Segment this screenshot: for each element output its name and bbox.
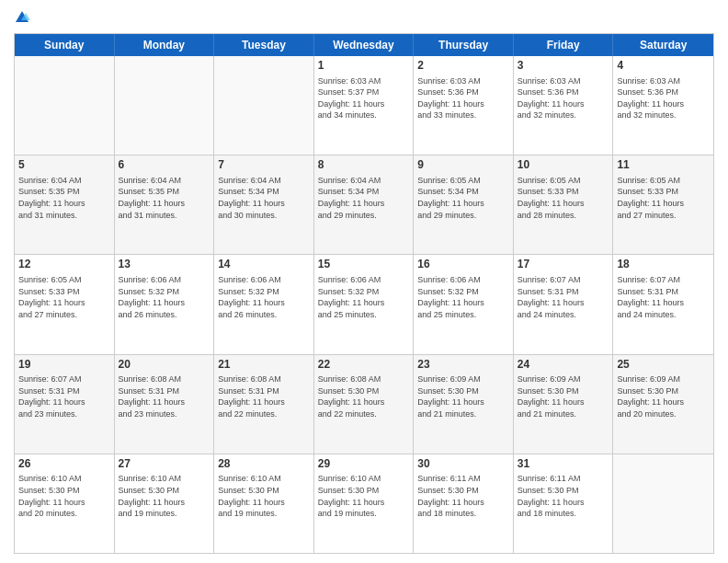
day-number: 7 [218,158,310,173]
day-info: Sunrise: 6:05 AM Sunset: 5:33 PM Dayligh… [518,175,609,221]
day-info: Sunrise: 6:08 AM Sunset: 5:31 PM Dayligh… [218,373,310,419]
day-info: Sunrise: 6:04 AM Sunset: 5:35 PM Dayligh… [18,175,110,221]
day-number: 1 [318,59,410,74]
day-cell: 30Sunrise: 6:11 AM Sunset: 5:30 PM Dayli… [414,454,514,553]
day-cell: 11Sunrise: 6:05 AM Sunset: 5:33 PM Dayli… [613,155,713,254]
day-number: 2 [417,59,509,74]
calendar: SundayMondayTuesdayWednesdayThursdayFrid… [14,33,714,554]
day-info: Sunrise: 6:07 AM Sunset: 5:31 PM Dayligh… [18,373,110,419]
day-cell: 29Sunrise: 6:10 AM Sunset: 5:30 PM Dayli… [314,454,415,553]
day-cell [613,454,713,553]
day-info: Sunrise: 6:11 AM Sunset: 5:30 PM Dayligh… [417,473,509,519]
week-row: 5Sunrise: 6:04 AM Sunset: 5:35 PM Daylig… [15,155,713,254]
day-number: 4 [617,59,710,74]
day-cell: 4Sunrise: 6:03 AM Sunset: 5:36 PM Daylig… [613,56,713,155]
day-number: 28 [218,457,310,472]
day-info: Sunrise: 6:03 AM Sunset: 5:36 PM Dayligh… [417,75,509,121]
day-header-tuesday: Tuesday [214,34,314,56]
day-cell: 26Sunrise: 6:10 AM Sunset: 5:30 PM Dayli… [15,454,115,553]
day-number: 3 [518,59,609,74]
day-info: Sunrise: 6:09 AM Sunset: 5:30 PM Dayligh… [617,373,710,419]
day-cell: 27Sunrise: 6:10 AM Sunset: 5:30 PM Dayli… [115,454,215,553]
day-header-thursday: Thursday [414,34,514,56]
day-cell: 15Sunrise: 6:06 AM Sunset: 5:32 PM Dayli… [314,255,415,353]
day-cell: 14Sunrise: 6:06 AM Sunset: 5:32 PM Dayli… [214,255,314,353]
day-number: 5 [18,158,110,173]
logo-icon [14,9,30,26]
day-number: 22 [318,358,410,373]
day-cell: 25Sunrise: 6:09 AM Sunset: 5:30 PM Dayli… [613,355,713,454]
day-info: Sunrise: 6:10 AM Sunset: 5:30 PM Dayligh… [218,473,310,519]
day-number: 17 [518,258,609,272]
day-number: 16 [417,258,509,272]
day-info: Sunrise: 6:08 AM Sunset: 5:31 PM Dayligh… [119,373,210,419]
day-number: 31 [518,457,609,472]
day-number: 21 [218,358,310,373]
day-number: 23 [417,358,509,373]
day-number: 10 [518,158,609,173]
day-info: Sunrise: 6:03 AM Sunset: 5:37 PM Dayligh… [318,75,410,121]
day-info: Sunrise: 6:05 AM Sunset: 5:33 PM Dayligh… [18,274,110,320]
day-number: 18 [617,258,710,272]
day-header-saturday: Saturday [613,34,713,56]
day-info: Sunrise: 6:06 AM Sunset: 5:32 PM Dayligh… [417,274,509,320]
day-number: 13 [119,258,210,272]
weeks-container: 1Sunrise: 6:03 AM Sunset: 5:37 PM Daylig… [15,56,713,553]
day-cell: 6Sunrise: 6:04 AM Sunset: 5:35 PM Daylig… [115,155,215,254]
day-info: Sunrise: 6:06 AM Sunset: 5:32 PM Dayligh… [318,274,410,320]
week-row: 1Sunrise: 6:03 AM Sunset: 5:37 PM Daylig… [15,56,713,155]
day-number: 19 [18,358,110,373]
day-cell: 7Sunrise: 6:04 AM Sunset: 5:34 PM Daylig… [214,155,314,254]
day-headers: SundayMondayTuesdayWednesdayThursdayFrid… [15,34,713,56]
day-cell: 13Sunrise: 6:06 AM Sunset: 5:32 PM Dayli… [115,255,215,353]
day-info: Sunrise: 6:06 AM Sunset: 5:32 PM Dayligh… [218,274,310,320]
day-cell: 21Sunrise: 6:08 AM Sunset: 5:31 PM Dayli… [214,355,314,454]
day-info: Sunrise: 6:09 AM Sunset: 5:30 PM Dayligh… [518,373,609,419]
day-cell: 16Sunrise: 6:06 AM Sunset: 5:32 PM Dayli… [414,255,514,353]
day-info: Sunrise: 6:05 AM Sunset: 5:34 PM Dayligh… [417,175,509,221]
day-number: 9 [417,158,509,173]
day-info: Sunrise: 6:11 AM Sunset: 5:30 PM Dayligh… [518,473,609,519]
day-cell [214,56,314,155]
day-info: Sunrise: 6:03 AM Sunset: 5:36 PM Dayligh… [617,75,710,121]
day-cell: 9Sunrise: 6:05 AM Sunset: 5:34 PM Daylig… [414,155,514,254]
day-number: 26 [18,457,110,472]
day-info: Sunrise: 6:04 AM Sunset: 5:34 PM Dayligh… [318,175,410,221]
day-cell: 2Sunrise: 6:03 AM Sunset: 5:36 PM Daylig… [414,56,514,155]
day-info: Sunrise: 6:03 AM Sunset: 5:36 PM Dayligh… [518,75,609,121]
day-cell: 8Sunrise: 6:04 AM Sunset: 5:34 PM Daylig… [314,155,415,254]
day-number: 14 [218,258,310,272]
day-info: Sunrise: 6:10 AM Sunset: 5:30 PM Dayligh… [318,473,410,519]
day-info: Sunrise: 6:04 AM Sunset: 5:34 PM Dayligh… [218,175,310,221]
day-cell: 24Sunrise: 6:09 AM Sunset: 5:30 PM Dayli… [514,355,614,454]
day-header-monday: Monday [115,34,215,56]
day-info: Sunrise: 6:08 AM Sunset: 5:30 PM Dayligh… [318,373,410,419]
day-cell: 23Sunrise: 6:09 AM Sunset: 5:30 PM Dayli… [414,355,514,454]
day-cell: 22Sunrise: 6:08 AM Sunset: 5:30 PM Dayli… [314,355,415,454]
day-cell: 18Sunrise: 6:07 AM Sunset: 5:31 PM Dayli… [613,255,713,353]
day-header-sunday: Sunday [15,34,115,56]
day-number: 25 [617,358,710,373]
day-info: Sunrise: 6:07 AM Sunset: 5:31 PM Dayligh… [617,274,710,320]
header [14,9,714,26]
day-number: 27 [119,457,210,472]
day-info: Sunrise: 6:07 AM Sunset: 5:31 PM Dayligh… [518,274,609,320]
day-info: Sunrise: 6:06 AM Sunset: 5:32 PM Dayligh… [119,274,210,320]
day-info: Sunrise: 6:09 AM Sunset: 5:30 PM Dayligh… [417,373,509,419]
day-info: Sunrise: 6:04 AM Sunset: 5:35 PM Dayligh… [119,175,210,221]
day-cell: 28Sunrise: 6:10 AM Sunset: 5:30 PM Dayli… [214,454,314,553]
day-cell: 19Sunrise: 6:07 AM Sunset: 5:31 PM Dayli… [15,355,115,454]
day-cell: 20Sunrise: 6:08 AM Sunset: 5:31 PM Dayli… [115,355,215,454]
day-cell [15,56,115,155]
day-number: 29 [318,457,410,472]
week-row: 26Sunrise: 6:10 AM Sunset: 5:30 PM Dayli… [15,454,713,553]
day-cell [115,56,215,155]
day-number: 15 [318,258,410,272]
day-header-wednesday: Wednesday [314,34,415,56]
day-header-friday: Friday [514,34,614,56]
day-cell: 3Sunrise: 6:03 AM Sunset: 5:36 PM Daylig… [514,56,614,155]
day-cell: 31Sunrise: 6:11 AM Sunset: 5:30 PM Dayli… [514,454,614,553]
day-cell: 17Sunrise: 6:07 AM Sunset: 5:31 PM Dayli… [514,255,614,353]
logo [14,9,30,26]
day-number: 30 [417,457,509,472]
